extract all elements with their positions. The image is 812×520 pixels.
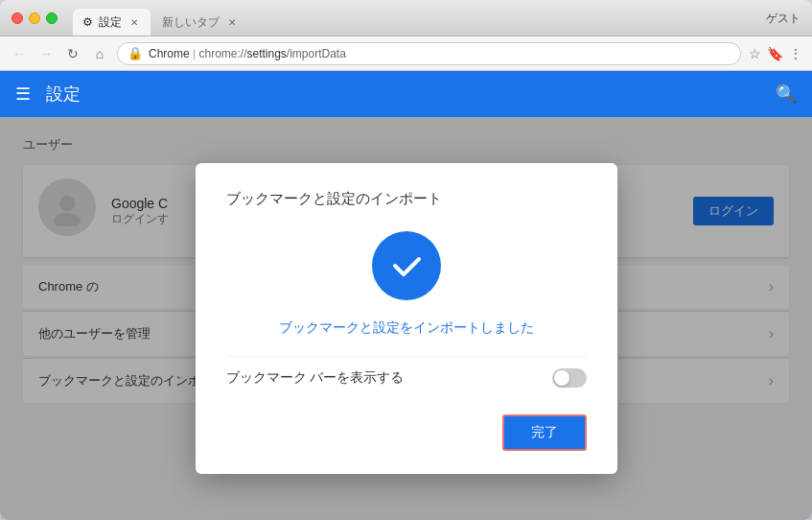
guest-label: ゲスト	[766, 10, 800, 26]
traffic-lights	[12, 12, 58, 24]
done-button[interactable]: 完了	[502, 414, 587, 451]
tab-settings[interactable]: ⚙ 設定 ✕	[73, 9, 151, 35]
address-brand: Chrome	[149, 47, 190, 60]
maximize-button[interactable]	[46, 12, 58, 24]
success-text: ブックマークと設定をインポートしました	[226, 319, 587, 337]
hamburger-icon[interactable]: ☰	[15, 83, 31, 105]
bookmark-bar-toggle[interactable]	[552, 368, 587, 388]
app-header: ☰ 設定 🔍	[0, 71, 812, 117]
tabs-area: ⚙ 設定 ✕ 新しいタブ ✕	[73, 0, 248, 35]
star-icon[interactable]: ☆	[749, 46, 761, 61]
address-icons: ☆ 🔖 ⋮	[749, 46, 802, 61]
address-path: /importData	[287, 47, 346, 60]
checkmark-icon	[387, 247, 426, 285]
title-bar: ⚙ 設定 ✕ 新しいタブ ✕ ゲスト	[0, 0, 812, 36]
newtab-label: 新しいタブ	[162, 14, 220, 31]
address-bar[interactable]: 🔒 Chrome | chrome://settings/importData	[117, 42, 741, 65]
bookmark-icon[interactable]: 🔖	[767, 46, 783, 61]
tab-settings-close-icon[interactable]: ✕	[128, 15, 141, 29]
address-scheme: chrome://	[198, 47, 246, 60]
address-text: Chrome | chrome://settings/importData	[149, 47, 346, 60]
browser-window: ⚙ 設定 ✕ 新しいタブ ✕ ゲスト ← → ↻ ⌂ 🔒 Chrome | ch…	[0, 0, 812, 520]
address-bar-row: ← → ↻ ⌂ 🔒 Chrome | chrome://settings/imp…	[0, 36, 812, 71]
modal-title: ブックマークと設定のインポート	[226, 190, 442, 208]
import-dialog: ブックマークと設定のインポート ブックマークと設定をインポートしました ブックマ…	[196, 163, 617, 474]
address-settings: settings	[247, 47, 287, 60]
home-button[interactable]: ⌂	[90, 44, 109, 63]
app-title: 設定	[46, 83, 81, 106]
address-secure-icon: 🔒	[128, 46, 143, 60]
bookmark-bar-row: ブックマーク バーを表示する	[226, 356, 587, 399]
modal-footer: 完了	[226, 414, 587, 451]
main-content: ユーザー Google C ログインす ログイン Chrome の ›	[0, 117, 812, 520]
search-icon[interactable]: 🔍	[776, 83, 797, 105]
close-button[interactable]	[12, 12, 23, 24]
back-button[interactable]: ←	[10, 44, 29, 63]
modal-overlay: ブックマークと設定のインポート ブックマークと設定をインポートしました ブックマ…	[0, 117, 812, 520]
minimize-button[interactable]	[29, 12, 40, 24]
forward-button[interactable]: →	[36, 44, 56, 63]
tab-newtab[interactable]: 新しいタブ ✕	[152, 9, 248, 35]
reload-button[interactable]: ↻	[63, 44, 82, 63]
tab-settings-label: 設定	[99, 14, 122, 31]
success-check-circle	[372, 231, 441, 300]
settings-favicon-icon: ⚙	[82, 15, 93, 29]
tab-newtab-close-icon[interactable]: ✕	[225, 15, 239, 29]
menu-dots-icon[interactable]: ⋮	[789, 46, 802, 61]
bookmark-bar-label: ブックマーク バーを表示する	[226, 369, 405, 387]
